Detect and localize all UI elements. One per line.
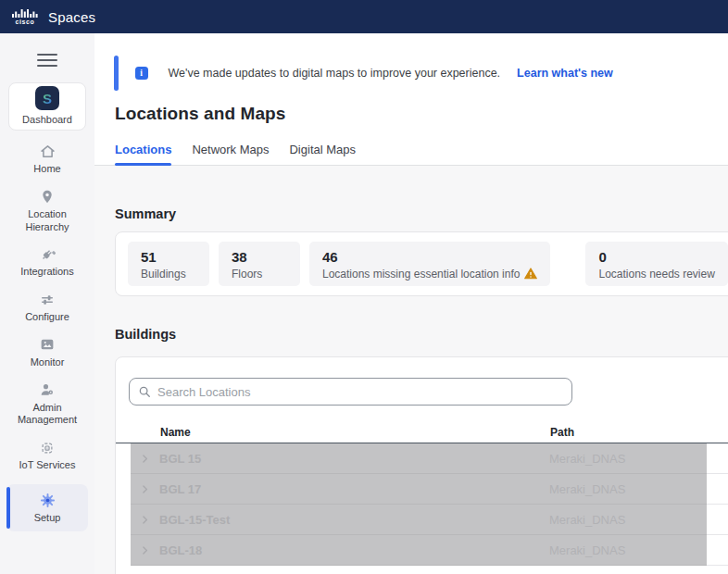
home-icon (40, 143, 56, 160)
sidebar: S Dashboard Home Location Hierarchy Inte… (0, 33, 94, 574)
stat-label: Buildings (141, 268, 196, 281)
cisco-logo-icon: cisco (12, 9, 38, 25)
stat-label: Locations needs review (598, 268, 714, 281)
sliders-icon (39, 291, 56, 308)
tab-bar: Locations Network Maps Digital Maps (94, 143, 728, 166)
row-path: Meraki_DNAS (549, 543, 625, 557)
redacted-row-area: BGL-18 Meraki_DNAS (131, 535, 707, 566)
stat-value: 38 (232, 249, 287, 265)
stat-value: 46 (322, 249, 537, 265)
row-name: BGL-18 (159, 543, 202, 557)
spaces-logo-icon: S (35, 86, 59, 110)
sidebar-item-label: IoT Services (19, 459, 76, 472)
sidebar-item-admin-management[interactable]: Admin Management (6, 381, 88, 428)
sidebar-item-label: Dashboard (22, 114, 72, 127)
warning-icon (524, 268, 537, 280)
hamburger-icon[interactable] (37, 50, 57, 70)
info-icon (135, 67, 148, 80)
app-name: Spaces (48, 9, 95, 25)
row-name: BGL 17 (159, 482, 201, 496)
sidebar-item-label: Location Hierarchy (6, 208, 88, 234)
chevron-right-icon (139, 453, 151, 465)
cisco-wordmark: cisco (16, 19, 35, 25)
sidebar-item-configure[interactable]: Configure (6, 291, 88, 324)
redacted-row-area: BGL 15 Meraki_DNAS (131, 443, 707, 474)
sidebar-item-monitor[interactable]: Monitor (6, 336, 88, 369)
stat-label: Floors (232, 268, 287, 281)
summary-heading: Summary (115, 206, 728, 221)
tab-network-maps[interactable]: Network Maps (192, 143, 269, 156)
search-box[interactable] (129, 378, 572, 406)
table-header: Name Path (116, 426, 728, 443)
main-content: We've made updates to digital maps to im… (94, 33, 728, 574)
topbar: cisco Spaces (0, 0, 728, 33)
sidebar-item-location-hierarchy[interactable]: Location Hierarchy (6, 188, 88, 234)
search-input[interactable] (157, 385, 563, 399)
sidebar-item-label: Configure (25, 311, 69, 324)
row-path: Meraki_DNAS (549, 482, 625, 496)
tab-locations[interactable]: Locations (115, 143, 171, 156)
sidebar-item-integrations[interactable]: Integrations (6, 245, 88, 279)
banner-message: We've made updates to digital maps to im… (169, 67, 501, 80)
buildings-card: Name Path BGL 15 Meraki_DNAS BGL 17 Mera… (115, 356, 728, 574)
row-name: BGL-15-Test (159, 513, 230, 527)
summary-card: 51 Buildings 38 Floors 46 Locations miss… (115, 231, 728, 296)
table-row[interactable]: BGL 15 Meraki_DNAS (116, 443, 728, 474)
stat-needs-review: 0 Locations needs review (585, 242, 727, 286)
row-name: BGL 15 (159, 452, 201, 466)
sidebar-item-setup[interactable]: Setup (6, 484, 88, 531)
sidebar-item-label: Home (33, 163, 60, 176)
update-banner: We've made updates to digital maps to im… (115, 56, 728, 91)
sidebar-item-label: Admin Management (6, 402, 88, 428)
stat-floors: 38 Floors (219, 242, 300, 286)
sidebar-item-label: Monitor (31, 356, 65, 369)
chevron-right-icon (139, 483, 151, 495)
row-path: Meraki_DNAS (549, 452, 625, 466)
redacted-row-area: BGL-15-Test Meraki_DNAS (131, 505, 707, 535)
row-path: Meraki_DNAS (549, 513, 625, 527)
image-icon (39, 336, 56, 354)
sidebar-item-label: Setup (34, 512, 61, 525)
buildings-heading: Buildings (115, 327, 728, 342)
chevron-right-icon (139, 544, 151, 556)
column-header-name: Name (160, 426, 191, 439)
stat-buildings: 51 Buildings (128, 242, 209, 286)
column-header-path: Path (550, 426, 574, 439)
chevron-right-icon (139, 514, 151, 526)
stat-value: 51 (141, 249, 196, 265)
sidebar-item-iot-services[interactable]: IoT Services (6, 439, 88, 472)
table-row[interactable]: BGL-15-Test Meraki_DNAS (116, 505, 728, 535)
location-pin-icon (40, 188, 55, 206)
search-icon (138, 385, 151, 398)
sidebar-item-dashboard[interactable]: S Dashboard (8, 82, 86, 131)
banner-accent-bar (114, 56, 119, 91)
user-gear-icon (39, 381, 56, 399)
sidebar-item-home[interactable]: Home (6, 143, 88, 176)
stat-value: 0 (598, 249, 714, 265)
plug-icon (39, 245, 56, 263)
stat-missing-info: 46 Locations missing essential location … (309, 242, 550, 286)
gear-icon (39, 492, 56, 509)
tab-digital-maps[interactable]: Digital Maps (289, 143, 356, 156)
page-title: Locations and Maps (115, 104, 728, 124)
table-row[interactable]: BGL-18 Meraki_DNAS (116, 535, 728, 566)
sidebar-item-label: Integrations (20, 266, 73, 279)
chip-icon (39, 439, 56, 456)
learn-whats-new-link[interactable]: Learn what's new (517, 67, 613, 80)
stat-label: Locations missing essential location inf… (322, 268, 537, 281)
redacted-row-area: BGL 17 Meraki_DNAS (131, 474, 707, 505)
table-row[interactable]: BGL 17 Meraki_DNAS (116, 474, 728, 505)
